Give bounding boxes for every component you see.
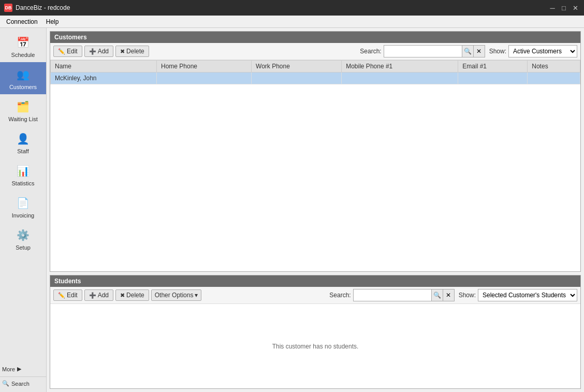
- sidebar-item-waiting-list[interactable]: 🗂️ Waiting List: [0, 94, 46, 126]
- customers-table: Name Home Phone Work Phone Mobile Phone …: [50, 60, 580, 84]
- minimize-button[interactable]: ─: [548, 3, 557, 12]
- main-content: Customers ✏️ Edit ➕ Add ✖ Delete Search:: [47, 28, 584, 392]
- add-icon: ➕: [89, 48, 96, 55]
- no-students-message: This customer has no students.: [50, 304, 580, 388]
- customers-search-wrap: 🔍 ✕: [384, 45, 485, 57]
- customers-toolbar: ✏️ Edit ➕ Add ✖ Delete Search: 🔍 ✕: [50, 43, 580, 60]
- sidebar-label-setup: Setup: [16, 244, 31, 251]
- students-show-label: Show:: [459, 292, 476, 299]
- app-body: 📅 Schedule 👥 Customers 🗂️ Waiting List 👤…: [0, 28, 584, 392]
- sidebar-label-invoicing: Invoicing: [12, 212, 34, 219]
- menu-bar: Connection Help: [0, 16, 584, 28]
- waiting-list-icon: 🗂️: [15, 98, 32, 115]
- students-panel: Students ✏️ Edit ➕ Add ✖ Delete Other Op…: [50, 275, 581, 389]
- students-edit-icon: ✏️: [58, 292, 65, 299]
- customers-col-work-phone: Work Phone: [252, 61, 342, 72]
- sidebar-label-waiting-list: Waiting List: [8, 116, 37, 122]
- customers-show-label: Show:: [489, 48, 506, 55]
- window-controls: ─ □ ✕: [548, 3, 580, 12]
- sidebar-item-setup[interactable]: ⚙️ Setup: [0, 223, 46, 255]
- students-delete-label: Delete: [126, 292, 144, 299]
- sidebar: 📅 Schedule 👥 Customers 🗂️ Waiting List 👤…: [0, 28, 47, 392]
- customers-add-button[interactable]: ➕ Add: [84, 46, 113, 57]
- customers-search-input[interactable]: [384, 46, 462, 57]
- app-title: DanceBiz - redcode: [16, 4, 70, 11]
- sidebar-label-statistics: Statistics: [11, 180, 34, 186]
- sidebar-search[interactable]: 🔍 Search: [0, 376, 46, 390]
- app-icon-text: DB: [5, 5, 12, 10]
- customers-add-label: Add: [98, 48, 109, 55]
- statistics-icon: 📊: [15, 163, 32, 179]
- customers-edit-button[interactable]: ✏️ Edit: [53, 46, 82, 57]
- title-bar: DB DanceBiz - redcode ─ □ ✕: [0, 0, 584, 16]
- students-panel-body: This customer has no students.: [50, 304, 580, 388]
- students-search-button[interactable]: 🔍: [431, 289, 443, 301]
- students-toolbar: ✏️ Edit ➕ Add ✖ Delete Other Options ▾ S…: [50, 287, 580, 304]
- customers-table-container: Name Home Phone Work Phone Mobile Phone …: [50, 60, 580, 271]
- customers-table-body: McKinley, John: [51, 72, 580, 84]
- customer-email: [458, 72, 528, 84]
- other-options-button[interactable]: Other Options ▾: [151, 289, 202, 301]
- edit-icon: ✏️: [58, 48, 65, 55]
- customer-work-phone: [252, 72, 342, 84]
- customers-col-email: Email #1: [458, 61, 528, 72]
- customers-delete-button[interactable]: ✖ Delete: [115, 46, 149, 57]
- students-search-clear-button[interactable]: ✕: [443, 289, 454, 301]
- students-search-input[interactable]: [354, 289, 431, 301]
- customers-search-clear-button[interactable]: ✕: [473, 46, 485, 57]
- restore-button[interactable]: □: [559, 3, 568, 12]
- sidebar-item-schedule[interactable]: 📅 Schedule: [0, 30, 46, 62]
- customer-mobile-phone: [342, 72, 458, 84]
- customers-edit-label: Edit: [67, 48, 78, 55]
- schedule-icon: 📅: [15, 34, 32, 51]
- customers-delete-label: Delete: [126, 48, 144, 55]
- more-label: More: [2, 366, 15, 372]
- students-search-wrap: 🔍 ✕: [353, 289, 455, 301]
- customers-col-name: Name: [51, 61, 157, 72]
- sidebar-item-invoicing[interactable]: 📄 Invoicing: [0, 191, 46, 223]
- customers-search-button[interactable]: 🔍: [462, 46, 473, 57]
- customers-panel-header: Customers: [50, 32, 580, 43]
- app-icon: DB: [4, 4, 12, 12]
- more-chevron-icon: ▶: [17, 366, 21, 372]
- sidebar-label-customers: Customers: [9, 84, 37, 90]
- search-label: Search: [11, 381, 30, 387]
- customers-col-home-phone: Home Phone: [157, 61, 252, 72]
- customers-table-header-row: Name Home Phone Work Phone Mobile Phone …: [51, 61, 580, 72]
- students-show-select[interactable]: Selected Customer's Students All Student…: [478, 289, 577, 301]
- students-delete-button[interactable]: ✖ Delete: [115, 289, 149, 301]
- delete-icon: ✖: [120, 48, 125, 55]
- close-button[interactable]: ✕: [571, 3, 580, 12]
- students-panel-title: Students: [54, 278, 81, 285]
- other-options-label: Other Options: [155, 292, 194, 299]
- staff-icon: 👤: [15, 130, 32, 147]
- sidebar-label-staff: Staff: [17, 148, 28, 154]
- students-add-button[interactable]: ➕ Add: [84, 289, 113, 301]
- students-edit-button[interactable]: ✏️ Edit: [53, 289, 82, 301]
- customers-col-mobile-phone: Mobile Phone #1: [342, 61, 458, 72]
- students-search-label: Search:: [329, 292, 351, 299]
- customers-col-notes: Notes: [528, 61, 580, 72]
- customers-search-label: Search:: [360, 48, 381, 55]
- customers-panel-title: Customers: [54, 34, 87, 41]
- customers-table-head: Name Home Phone Work Phone Mobile Phone …: [51, 61, 580, 72]
- students-delete-icon: ✖: [120, 292, 125, 299]
- menu-help[interactable]: Help: [42, 17, 63, 26]
- sidebar-item-customers[interactable]: 👥 Customers: [0, 62, 46, 94]
- customers-panel-body: Name Home Phone Work Phone Mobile Phone …: [50, 60, 580, 271]
- customers-show-select[interactable]: Active Customers All Customers Inactive …: [508, 45, 577, 57]
- sidebar-item-staff[interactable]: 👤 Staff: [0, 126, 46, 158]
- students-add-icon: ➕: [89, 292, 96, 299]
- no-students-text: This customer has no students.: [272, 343, 359, 350]
- search-icon: 🔍: [2, 380, 9, 387]
- customers-icon: 👥: [15, 66, 32, 83]
- menu-connection[interactable]: Connection: [2, 17, 42, 26]
- sidebar-more[interactable]: More ▶: [0, 361, 46, 376]
- sidebar-item-statistics[interactable]: 📊 Statistics: [0, 158, 46, 191]
- customer-notes: [528, 72, 580, 84]
- setup-icon: ⚙️: [15, 227, 32, 243]
- customers-panel: Customers ✏️ Edit ➕ Add ✖ Delete Search:: [50, 31, 581, 272]
- students-panel-header: Students: [50, 275, 580, 287]
- table-row[interactable]: McKinley, John: [51, 72, 580, 84]
- students-add-label: Add: [98, 292, 109, 299]
